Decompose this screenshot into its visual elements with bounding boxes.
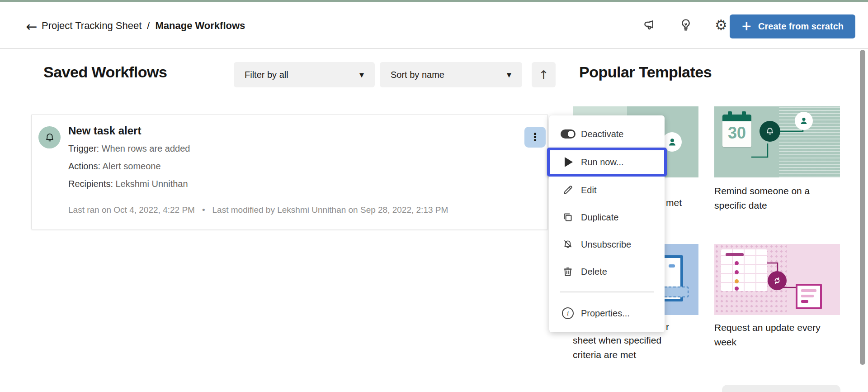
trigger-label: Trigger: [68,143,99,153]
toggle-on-icon [560,129,576,139]
workflow-title: New task alert [68,124,141,137]
plus-icon: + [741,20,752,33]
last-ran-text: Last ran on Oct 4, 2022, 4:22 PM [68,205,195,215]
template-1-caption-fragment: met [666,196,682,210]
arrow-up-icon: ↑ [538,68,549,82]
filter-dropdown-value: Filter by all [245,70,288,80]
menu-item-label: Properties... [581,308,630,319]
breadcrumb-separator: / [147,20,150,32]
menu-item-label: Run now... [581,157,624,167]
menu-item-properties[interactable]: i Properties... [549,300,665,327]
kebab-icon: ⋮ [530,131,541,143]
bullet-separator: • [202,205,205,215]
sort-direction-button[interactable]: ↑ [532,62,556,87]
menu-item-run-now[interactable]: Run now... [547,148,667,177]
breadcrumb: Project Tracking Sheet / Manage Workflow… [42,20,245,32]
filter-dropdown[interactable]: Filter by all ▼ [234,62,375,87]
menu-item-label: Duplicate [581,212,618,223]
actions-label: Actions: [68,161,100,171]
template-card-5-placeholder[interactable] [722,385,840,392]
header-icon-group: ⚙ [643,17,729,33]
back-arrow-icon: ← [26,19,37,34]
lightbulb-icon[interactable] [678,17,693,33]
sheet-grid-icon [721,249,767,291]
workflow-card[interactable]: New task alert Trigger: When rows are ad… [31,114,548,230]
template-1-light-block [573,106,627,115]
workflow-trigger-line: Trigger: When rows are added [68,143,190,154]
workflow-more-actions-button[interactable]: ⋮ [524,127,546,148]
bell-slash-icon [560,239,576,250]
menu-item-unsubscribe[interactable]: Unsubscribe [549,231,665,258]
menu-item-delete[interactable]: Delete [549,258,665,285]
workflow-context-menu: Deactivate Run now... Edit Duplicate [549,115,665,332]
menu-item-label: Deactivate [581,129,624,139]
template-card-2-image[interactable]: 30 [714,106,840,177]
person-avatar-icon [795,112,813,130]
menu-item-label: Unsubscribe [581,239,631,250]
template-3-caption-line1-fragment: r [666,320,669,334]
update-form-icon [796,284,822,309]
workflow-actions-line: Actions: Alert someone [68,161,161,172]
bell-icon [44,132,56,143]
update-request-sync-icon [768,271,787,290]
duplicate-icon [560,211,576,223]
manage-workflows-page: ← Project Tracking Sheet / Manage Workfl… [0,0,868,392]
play-icon [560,157,576,167]
saved-workflows-heading: Saved Workflows [43,63,167,81]
chevron-down-icon: ▼ [359,72,364,78]
sort-dropdown-value: Sort by name [391,70,444,80]
trigger-value: When rows are added [102,143,190,153]
header-bar: ← Project Tracking Sheet / Manage Workfl… [0,2,868,49]
sort-dropdown[interactable]: Sort by name ▼ [380,62,522,87]
recipients-label: Recipients: [68,179,113,189]
trash-icon [560,266,576,277]
gear-icon[interactable]: ⚙ [713,17,729,33]
info-icon: i [560,307,576,319]
pencil-icon [560,184,576,196]
menu-divider [560,292,654,292]
template-3-caption-line3: criteria are met [573,348,636,362]
back-button[interactable]: ← [23,18,41,34]
menu-item-duplicate[interactable]: Duplicate [549,204,665,231]
actions-value: Alert someone [103,161,161,171]
reminder-bell-badge-icon [760,121,780,142]
breadcrumb-current-page: Manage Workflows [155,20,245,32]
breadcrumb-sheet-link[interactable]: Project Tracking Sheet [42,20,142,32]
template-4-caption: Request an update every week [714,320,841,349]
megaphone-icon[interactable] [643,17,658,33]
recipients-value: Lekshmi Unnithan [116,179,188,189]
vertical-scrollbar-thumb[interactable] [860,50,865,365]
chevron-down-icon: ▼ [507,72,511,78]
last-modified-text: Last modified by Lekshmi Unnithan on Sep… [212,205,448,215]
create-button-label: Create from scratch [758,21,844,32]
menu-item-label: Edit [581,185,596,196]
template-card-4-image[interactable] [714,244,840,315]
create-from-scratch-button[interactable]: + Create from scratch [730,14,855,38]
popular-templates-heading: Popular Templates [579,63,712,81]
workflow-meta-footer: Last ran on Oct 4, 2022, 4:22 PM • Last … [68,205,448,215]
workflow-recipients-line: Recipients: Lekshmi Unnithan [68,179,188,189]
workflow-avatar [38,126,61,148]
template-3-caption-line2: sheet when specified [573,333,661,348]
calendar-number: 30 [722,124,751,143]
menu-item-edit[interactable]: Edit [549,177,665,204]
template-2-caption: Remind someone on a specific date [714,184,837,213]
menu-item-label: Delete [581,267,607,277]
menu-item-deactivate[interactable]: Deactivate [549,120,665,148]
calendar-icon: 30 [722,115,751,147]
